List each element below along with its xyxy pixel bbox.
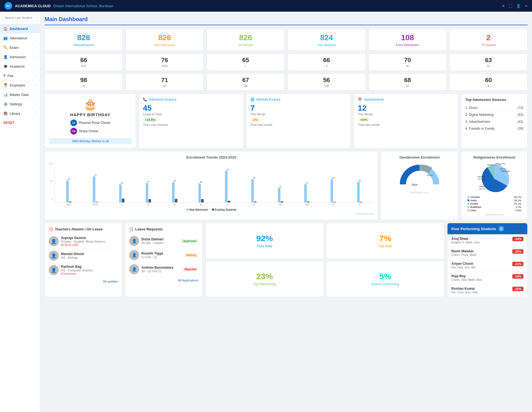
school-name: Dream International School, Burdwan bbox=[53, 4, 113, 8]
birthday-sms-button[interactable]: SMS Birthday Wishes to all bbox=[49, 138, 132, 144]
website-enquiry-subtitle: This Month bbox=[250, 113, 347, 116]
stat-card-5: 2 TC Issued bbox=[449, 29, 528, 51]
sidebar-item-library[interactable]: 📚 Library › bbox=[0, 109, 40, 118]
poor-info-4: Roshan Kumar Sci, Com, Evs, Geo bbox=[451, 287, 478, 294]
sidebar-item-attendance[interactable]: 👥 Attendance › bbox=[0, 34, 40, 43]
poor-subjects-0: English II, Math, Geo bbox=[451, 241, 480, 244]
leave-row-0: 👤 Disha Daimari 30-Jan - Unpaid Approved bbox=[129, 234, 198, 248]
bar-col-0: 64 bbox=[56, 162, 82, 202]
search-input[interactable] bbox=[2, 14, 38, 21]
birthday-emoji: 🎂 bbox=[83, 98, 97, 111]
x-label-1: KCII bbox=[82, 203, 108, 206]
calendar-icon: 📅 bbox=[358, 98, 362, 101]
source-count-3: (39) bbox=[518, 127, 523, 131]
leave-status-2: Rejected bbox=[182, 267, 198, 271]
teacher-dept-1: HS - Biology bbox=[61, 256, 84, 259]
close-icon[interactable]: ✕ bbox=[502, 4, 505, 8]
pf-label-0: Pass Rate bbox=[257, 244, 272, 248]
chevron-icon: › bbox=[36, 65, 37, 68]
sidebar-item-masterdata[interactable]: 📊 Master Data › bbox=[0, 90, 40, 100]
class-num: 66 bbox=[290, 57, 363, 64]
poor-subjects-3: Chem, Hist, Math, Ben bbox=[451, 278, 482, 281]
chevron-icon: › bbox=[36, 93, 37, 96]
sidebar-item-admission[interactable]: 👤 Admission › bbox=[0, 52, 40, 62]
app-name: ACADEMICA CLOUD bbox=[15, 4, 51, 8]
sidebar-item-fee[interactable]: ₹ Fee › bbox=[0, 71, 40, 81]
teacher-info-0: Supraja Saxena Primary - English, Moral … bbox=[61, 236, 105, 246]
fullscreen-icon[interactable]: ⛶ bbox=[509, 4, 512, 8]
topnav-right: ✕ ⛶ 👤 ⇒ bbox=[502, 4, 528, 8]
teacher-dept-0: Primary - English, Moral Science bbox=[61, 240, 105, 243]
new-bar-1 bbox=[93, 176, 95, 202]
logo: AC bbox=[4, 2, 12, 10]
existing-bar-11 bbox=[360, 202, 362, 202]
poor-name-2: Ariyan Chorei bbox=[451, 262, 476, 266]
website-enquiry-header: 🌐 Website Enquiry bbox=[250, 98, 347, 101]
chevron-icon: › bbox=[36, 84, 37, 87]
class-label: I bbox=[209, 64, 282, 68]
pie-chart: Christian 34.7% Hindu 33.1% Muslim 27.1%… bbox=[465, 162, 523, 216]
top-stats-row: 826 Total Admission 826 New Admission 82… bbox=[45, 29, 528, 51]
all-updates-link[interactable]: All updates bbox=[49, 280, 118, 283]
topnav-left: AC ACADEMICA CLOUD Dream International S… bbox=[4, 2, 113, 10]
bar-col-1: 76 bbox=[82, 162, 108, 202]
admission-enquiry-subtitle: Leads in Total bbox=[143, 113, 239, 116]
teacher-row-0: 👤 Supraja Saxena Primary - English, Mora… bbox=[49, 234, 118, 249]
sidebar-masterdata-label: Master Data bbox=[10, 93, 29, 97]
logout-icon[interactable]: ⇒ bbox=[525, 4, 528, 8]
sidebar-item-settings[interactable]: ⚙️ Settings › bbox=[0, 100, 40, 109]
sidebar-item-employee[interactable]: 👨‍💼 Employee › bbox=[0, 81, 40, 90]
class-num: 56 bbox=[290, 77, 363, 84]
appointments-header: 📅 Appointments bbox=[358, 98, 454, 101]
new-bar-4 bbox=[172, 182, 175, 202]
leave-requests-header: 📋 Leave Requests bbox=[129, 227, 198, 231]
pass-fail-grid: 92% Pass Rate 7% Fail Rate 23% Top Perfo… bbox=[205, 223, 444, 297]
class-card-r1-3: 66 II bbox=[287, 54, 365, 71]
charts-row: Enrollment Trends 2024-2025 100 50 0 647… bbox=[45, 151, 528, 220]
leave-info-2: Andrew Basumatary 18 - 22 Feb CL bbox=[141, 266, 173, 273]
top-navigation: AC ACADEMICA CLOUD Dream International S… bbox=[0, 0, 532, 12]
existing-bar-3 bbox=[149, 199, 151, 202]
class-label: KGI bbox=[47, 64, 120, 68]
leave-info-1: Roselin Tigga 12-Feb - CL bbox=[141, 251, 163, 259]
appointments-card: 📅 Appointments 12 This Month +50% Than l… bbox=[354, 93, 458, 148]
reset-button[interactable]: RESET bbox=[0, 118, 40, 127]
main-content: Main Dashboard 826 Total Admission 826 N… bbox=[40, 12, 532, 412]
poor-performing-card: Poor Performing Students 5 Anuj Shaw Eng… bbox=[447, 223, 528, 297]
poor-performing-count: 5 bbox=[498, 226, 504, 232]
leave-avatar-2: 👤 bbox=[129, 264, 139, 274]
user-icon[interactable]: 👤 bbox=[516, 4, 521, 8]
existing-bar-10 bbox=[333, 202, 336, 202]
stat-number-3: 824 bbox=[290, 33, 362, 42]
sidebar-item-left: 📚 Library bbox=[3, 111, 20, 116]
appointments-than: Than last month bbox=[358, 123, 454, 126]
sidebar-item-academic[interactable]: 🎓 Academic › bbox=[0, 62, 40, 71]
pie-legend-row-3: Buddhism1.7% bbox=[466, 205, 522, 209]
leave-info-0: Disha Daimari 30-Jan - Unpaid bbox=[141, 237, 163, 245]
existing-bar-1 bbox=[96, 202, 98, 202]
appointments-badge: +50% bbox=[358, 118, 369, 122]
stat-label-4: Form Distribution bbox=[372, 43, 444, 47]
poor-name-4: Roshan Kumar bbox=[451, 287, 478, 291]
sidebar-item-exam[interactable]: ✏️ Exam › bbox=[0, 43, 40, 52]
all-applications-link[interactable]: All Applications bbox=[129, 279, 198, 282]
pf-number-3: 5% bbox=[379, 272, 391, 281]
stat-card-2: 826 Enrollment bbox=[206, 29, 285, 51]
leave-date-1: 12-Feb - CL bbox=[141, 255, 163, 259]
class-card-r1-5: 63 IV bbox=[449, 54, 528, 71]
source-name-3: 4. Friends or Family bbox=[465, 127, 495, 131]
class-label: IV bbox=[452, 64, 525, 68]
stat-number-1: 826 bbox=[129, 33, 201, 42]
source-row-0: 1. Direct (74) bbox=[465, 105, 523, 111]
person-badge-0: 1A bbox=[70, 119, 77, 126]
poor-info-1: Rashi Malakar Chem, Phys, Math bbox=[451, 249, 476, 256]
person-name-0: Phunnei Rose Chorei bbox=[79, 121, 110, 125]
class-label: IX bbox=[371, 84, 444, 88]
leave-row-2: 👤 Andrew Basumatary 18 - 22 Feb CL Rejec… bbox=[129, 262, 198, 276]
gender-chart-card: Genderwise Enrollment Male Female Other … bbox=[381, 151, 458, 220]
chevron-icon: › bbox=[36, 74, 37, 77]
pf-card-0: 92% Pass Rate bbox=[205, 223, 324, 259]
teachers-absent-card: 🚫 Teachers Absent / On Leave 👤 Supraja S… bbox=[45, 223, 122, 297]
sidebar-item-dashboard[interactable]: 🏠 Dashboard bbox=[0, 24, 40, 34]
teacher-info-2: Paritosh Bag HS - Computer Science till … bbox=[61, 265, 93, 275]
